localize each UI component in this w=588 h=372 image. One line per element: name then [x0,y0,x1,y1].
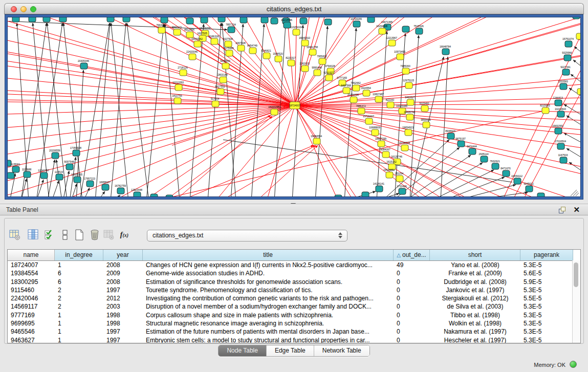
graph-node[interactable] [421,105,428,112]
graph-node[interactable] [405,129,412,136]
table-cell[interactable]: Stergiakouli et al. (2012) [430,294,520,302]
graph-node[interactable] [24,171,31,178]
graph-node[interactable] [365,118,373,124]
graph-node[interactable] [240,17,247,23]
graph-node[interactable] [158,27,165,33]
table-cell[interactable]: 5.5E-5 [520,294,573,302]
graph-node[interactable] [300,18,307,24]
table-cell[interactable]: 9465546 [8,327,55,336]
table-mode-icon[interactable] [8,228,21,242]
table-vertical-scrollbar[interactable] [572,260,580,343]
graph-node[interactable] [526,186,533,192]
graph-node[interactable] [555,128,562,134]
graph-node[interactable] [186,18,193,24]
table-cell[interactable]: 2012 [103,294,143,302]
graph-node[interactable] [261,17,268,23]
graph-node[interactable] [80,63,88,69]
table-cell[interactable]: Tourette syndrome. Phenomenology and cla… [143,286,394,294]
table-row[interactable]: 911546021997Tourette syndrome. Phenomeno… [8,286,580,294]
graph-node[interactable] [43,17,50,22]
graph-node[interactable] [217,89,224,95]
graph-node[interactable] [325,75,333,81]
graph-node[interactable] [174,98,181,104]
show-columns-icon[interactable] [27,228,40,242]
graph-node[interactable] [134,192,141,197]
table-cell[interactable]: 1 [55,327,103,336]
graph-node[interactable] [560,83,567,90]
graph-node[interactable] [301,65,309,72]
tab-node-table[interactable]: Node Table [219,345,267,356]
table-cell[interactable]: 18724007 [8,261,55,269]
table-cell[interactable]: 1998 [103,311,143,319]
table-cell[interactable]: 5.6E-5 [520,269,573,277]
table-cell[interactable]: 6 [55,269,103,277]
table-cell[interactable]: 0 [394,269,430,277]
table-cell[interactable]: Dudbridge et al. (2008) [430,278,520,286]
column-header-name[interactable]: name [8,250,55,260]
table-cell[interactable]: Corpus callosum shape and size in male p… [143,311,394,319]
table-row[interactable]: 1456911722003Disruption of a novel membe… [8,302,580,311]
graph-node[interactable] [402,68,409,74]
graph-node[interactable] [59,17,67,22]
float-panel-icon[interactable] [559,207,565,213]
table-cell[interactable]: 2 [55,294,103,302]
table-cell[interactable]: 9463627 [8,336,55,343]
delete-column-icon[interactable] [88,228,101,242]
graph-node[interactable] [52,152,59,159]
graph-node[interactable] [350,97,357,103]
table-cell[interactable]: Changes of HCN gene expression and I(f) … [143,261,394,269]
table-cell[interactable]: 1997 [103,286,143,294]
graph-node[interactable] [66,164,73,170]
graph-node[interactable] [150,194,158,197]
graph-node[interactable] [212,101,219,107]
graph-node[interactable] [29,17,36,22]
graph-node[interactable] [218,17,225,22]
graph-node[interactable] [542,107,549,114]
table-cell[interactable]: 0 [394,294,430,302]
table-cell[interactable]: Genome-wide association studies in ADHD. [143,269,394,277]
table-cell[interactable]: 2003 [103,302,143,311]
table-cell[interactable]: Wolkin et al. (1998) [430,319,520,327]
graph-node[interactable] [372,129,379,136]
graph-node[interactable] [406,114,413,120]
table-cell[interactable]: 6 [55,278,103,286]
graph-node[interactable] [271,18,278,24]
column-header-pagerank[interactable]: pagerank [520,250,573,260]
graph-node[interactable] [40,172,48,179]
graph-node[interactable] [402,26,409,32]
graph-node[interactable] [222,63,229,69]
table-cell[interactable]: 1 [55,311,103,319]
table-cell[interactable]: 0 [394,336,430,343]
graph-node[interactable] [503,170,510,177]
graph-node[interactable] [388,40,396,46]
graph-node[interactable] [353,85,360,91]
tab-network-table[interactable]: Network Table [314,345,369,356]
table-cell[interactable]: 1 [55,336,103,343]
graph-node[interactable] [573,17,580,19]
delete-table-icon[interactable] [102,228,116,242]
table-cell[interactable]: Estimation of the future numbers of pati… [143,327,394,336]
table-cell[interactable]: Investigating the contribution of common… [143,294,394,302]
table-cell[interactable]: 5.3E-5 [520,311,573,319]
graph-node[interactable] [397,54,404,60]
table-cell[interactable]: Disruption of a novel member of a sodium… [143,302,394,311]
graph-node[interactable] [353,21,360,27]
table-cell[interactable]: 19384554 [8,269,55,277]
graph-node[interactable] [375,96,382,102]
graph-node[interactable] [376,186,383,192]
column-header-year[interactable]: year [103,250,143,260]
graph-node[interactable] [175,84,182,91]
table-cell[interactable]: 1998 [103,319,143,327]
table-cell[interactable]: 22420046 [8,294,55,302]
column-header-out-de-[interactable]: △out_de... [394,250,430,260]
table-cell[interactable]: Hescheler et al. (1997) [430,336,520,343]
column-header-short[interactable]: short [430,250,520,260]
table-cell[interactable]: 0 [394,286,430,294]
table-cell[interactable]: 1 [55,319,103,327]
graph-node[interactable] [442,49,449,55]
graph-node[interactable] [263,53,270,59]
graph-node[interactable] [565,41,572,47]
close-panel-icon[interactable]: ✕ [573,205,580,214]
table-cell[interactable]: 9777169 [8,311,55,319]
graph-node[interactable] [117,188,124,194]
